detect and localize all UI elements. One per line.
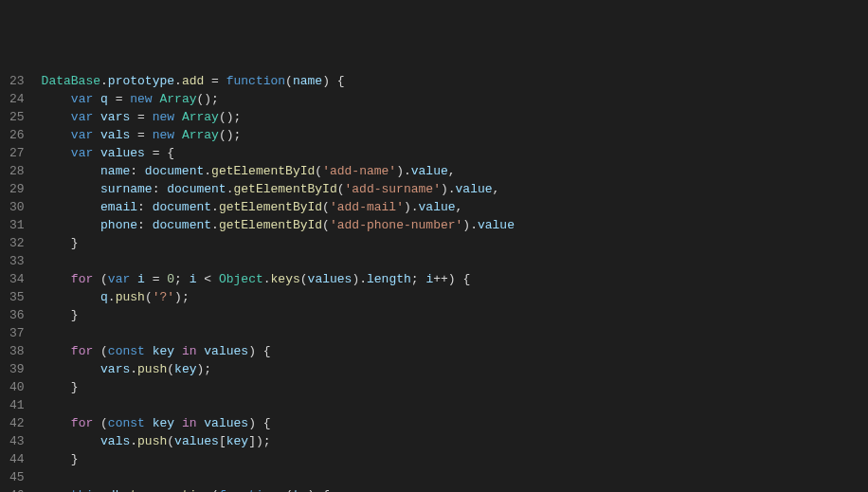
token-pn: ( [93,416,108,430]
token-pn: ( [300,272,308,286]
code-line[interactable]: q.push('?'); [42,288,859,306]
code-line[interactable] [42,252,859,270]
token-str: 'add-phone-number' [330,218,462,232]
code-editor[interactable]: 2324252627282930313233343536373839404142… [0,72,868,492]
code-line[interactable]: email: document.getElementById('add-mail… [42,198,859,216]
code-line[interactable]: var q = new Array(); [42,90,859,108]
code-line[interactable]: surname: document.getElementById('add-su… [42,180,859,198]
line-number: 30 [9,198,25,216]
token-prop: name [293,74,322,88]
token-pn: } [42,452,79,466]
token-pn: ) { [308,488,330,492]
code-line[interactable]: vars.push(key); [42,360,859,378]
token-prop: value [411,164,448,178]
token-pn [174,416,182,430]
code-line[interactable]: } [42,234,859,252]
token-pn: ); [174,290,190,304]
code-line[interactable]: } [42,450,859,468]
token-fn: push [137,362,167,376]
token-cls: Array [159,92,196,106]
token-prop: vars [100,110,130,124]
token-prop: values [204,344,248,358]
token-kw: new [153,128,174,142]
line-number: 42 [9,414,25,432]
line-number: 28 [9,162,25,180]
token-str: 'add-surname' [345,182,441,196]
token-prop: surname [100,182,153,196]
token-pn: . [130,362,137,376]
token-pn: . [174,74,182,88]
token-prop: phone [100,218,137,232]
token-pn [145,344,153,358]
line-number: 36 [9,306,25,324]
code-line[interactable]: var vars = new Array(); [42,108,859,126]
token-kw: var [108,272,130,286]
token-kw: new [153,110,174,124]
token-pn: = [130,128,152,142]
code-line[interactable] [42,396,859,414]
token-pn: ( [167,434,174,448]
token-pn [42,218,100,232]
token-pn: [ [219,434,226,448]
code-line[interactable]: phone: document.getElementById('add-phon… [42,216,859,234]
token-str: '?' [153,290,174,304]
token-fn: keys [271,272,300,286]
token-pn [93,128,100,142]
token-prop: key [226,434,248,448]
token-pn [42,182,100,196]
token-fn: transaction [130,488,211,492]
token-pn: = [108,92,130,106]
token-cls: Object [219,272,263,286]
line-number: 31 [9,216,25,234]
token-pn: . [204,164,211,178]
token-pn [42,164,100,178]
token-pn: = { [145,146,174,160]
token-pn [93,92,100,106]
line-number: 33 [9,252,25,270]
code-line[interactable] [42,468,859,486]
token-pn: . [108,290,116,304]
token-ctrl: for [71,344,93,358]
token-pn [93,110,100,124]
code-line[interactable]: for (const key in values) { [42,414,859,432]
token-pn: ) { [322,74,344,88]
code-line[interactable]: var values = { [42,144,859,162]
code-line[interactable]: this.db.transaction(function (tx) { [42,486,859,492]
code-line[interactable]: vals.push(values[key]); [42,432,859,450]
code-area[interactable]: DataBase.prototype.add = function(name) … [42,72,868,492]
token-fn: push [116,290,145,304]
code-line[interactable]: } [42,378,859,396]
token-pn [42,128,71,142]
token-fn: add [182,74,204,88]
token-pn: ); [197,362,212,376]
line-number-gutter: 2324252627282930313233343536373839404142… [0,72,42,492]
line-number: 46 [9,486,25,492]
token-pn [174,128,182,142]
code-line[interactable]: DataBase.prototype.add = function(name) … [42,72,859,90]
token-pn: } [42,236,79,250]
token-kw: function [219,488,278,492]
code-line[interactable]: name: document.getElementById('add-name'… [42,162,859,180]
token-pn [42,290,100,304]
code-line[interactable]: } [42,306,859,324]
code-line[interactable] [42,324,859,342]
token-pn: = [204,74,226,88]
token-str: 'add-name' [322,164,396,178]
code-line[interactable]: for (var i = 0; i < Object.keys(values).… [42,270,859,288]
token-prop: vars [100,362,130,376]
code-line[interactable]: var vals = new Array(); [42,126,859,144]
token-prop: value [456,182,493,196]
token-kw: const [108,416,145,430]
token-pn [42,344,71,358]
token-pn: ++) { [433,272,470,286]
token-prop: values [100,146,145,160]
token-pn: , [456,200,463,214]
token-prop: values [204,416,248,430]
token-pn: . [211,218,219,232]
token-prop: vals [100,434,130,448]
code-line[interactable]: for (const key in values) { [42,342,859,360]
token-pn: ; [411,272,426,286]
token-pn: ( [93,272,108,286]
token-prop: key [153,416,174,430]
token-pn: ]); [248,434,270,448]
